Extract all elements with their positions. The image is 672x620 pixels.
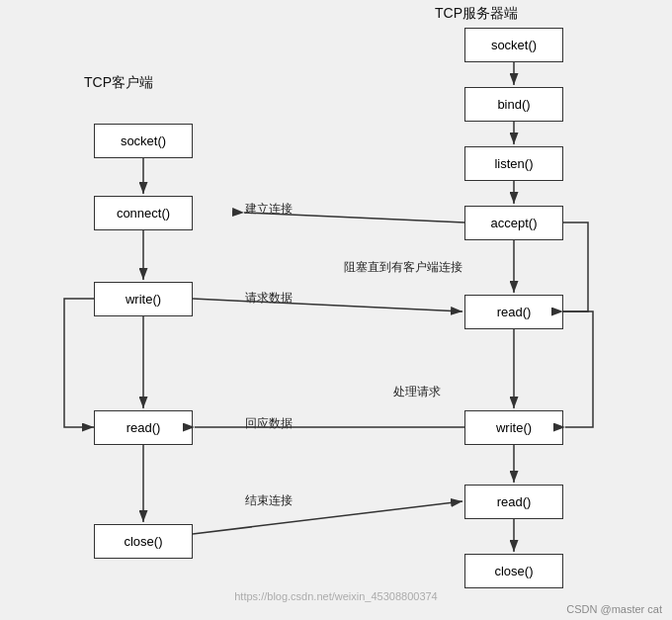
- client-close-label: close(): [124, 534, 162, 549]
- client-socket-label: socket(): [121, 133, 166, 148]
- server-bind-box: bind(): [464, 87, 563, 122]
- server-read2-box: read(): [464, 485, 563, 519]
- server-read2-label: read(): [497, 494, 532, 509]
- server-bind-label: bind(): [497, 97, 530, 112]
- client-socket-box: socket(): [94, 124, 193, 158]
- label-end: 结束连接: [245, 492, 293, 509]
- client-read-label: read(): [126, 420, 161, 435]
- server-title: TCP服务器端: [435, 5, 518, 23]
- server-close-label: close(): [494, 564, 533, 578]
- label-response: 回应数据: [245, 415, 293, 432]
- svg-line-16: [193, 501, 462, 534]
- client-title: TCP客户端: [84, 74, 153, 92]
- server-read-box: read(): [464, 295, 563, 329]
- server-write-label: write(): [496, 420, 532, 435]
- server-close-box: close(): [464, 554, 563, 588]
- client-write-label: write(): [126, 292, 161, 307]
- server-socket-box: socket(): [464, 28, 563, 62]
- client-close-box: close(): [94, 524, 193, 559]
- server-socket-label: socket(): [491, 38, 537, 52]
- client-read-box: read(): [94, 410, 193, 445]
- label-request: 请求数据: [245, 290, 293, 307]
- client-write-box: write(): [94, 282, 193, 316]
- svg-line-14: [193, 299, 462, 311]
- server-write-box: write(): [464, 410, 563, 445]
- server-accept-label: accept(): [491, 216, 538, 230]
- diagram-container: TCP客户端 TCP服务器端 socket() connect() write(…: [0, 0, 672, 620]
- label-process: 处理请求: [393, 384, 441, 400]
- label-block: 阻塞直到有客户端连接: [344, 259, 462, 276]
- server-listen-label: listen(): [494, 156, 533, 171]
- watermark: https://blog.csdn.net/weixin_45308800374: [234, 590, 438, 602]
- server-read-label: read(): [497, 305, 532, 319]
- server-listen-box: listen(): [464, 146, 563, 181]
- server-accept-box: accept(): [464, 206, 563, 240]
- csdn-credit: CSDN @master cat: [566, 603, 662, 615]
- client-connect-label: connect(): [117, 206, 170, 221]
- label-connect: 建立连接: [245, 201, 293, 218]
- client-connect-box: connect(): [94, 196, 193, 230]
